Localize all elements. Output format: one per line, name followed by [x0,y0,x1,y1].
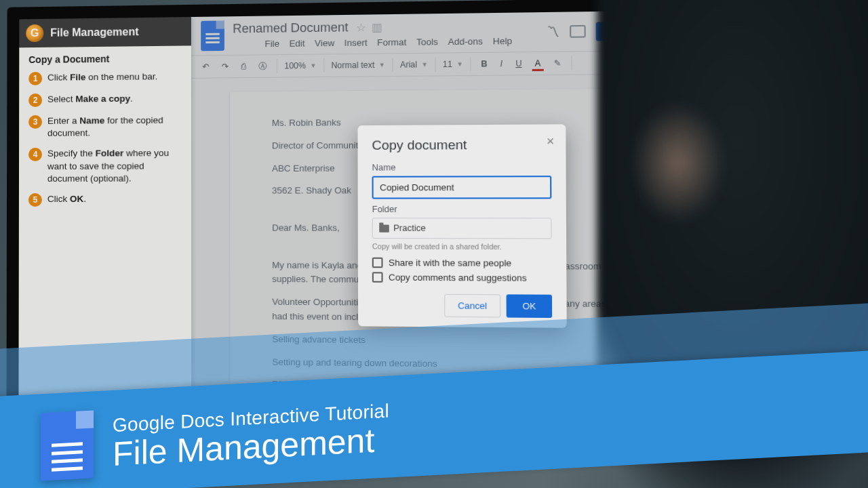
menu-help[interactable]: Help [493,36,513,47]
bold-button[interactable]: B [478,58,490,70]
tutorial-step-4: 4 Specify the Folder where you want to s… [28,147,182,185]
collapse-icon[interactable]: ˆ [683,56,692,68]
share-button[interactable]: 🔒 Share [596,21,658,41]
menu-format[interactable]: Format [377,37,406,48]
menu-edit[interactable]: Edit [289,38,304,49]
move-folder-icon[interactable]: ▥ [372,21,382,33]
copy-document-dialog: × Copy document Name Folder Practice Cop… [357,124,566,327]
activity-icon[interactable]: 〽 [547,24,559,39]
comments-icon[interactable] [570,25,586,38]
checkbox-icon [372,272,383,282]
paragraph-style-dropdown[interactable]: Normal text▼ [331,60,385,70]
docs-logo-icon[interactable] [201,20,224,51]
ok-button[interactable]: OK [507,294,552,318]
name-label: Name [372,162,551,172]
editing-mode-dropdown[interactable]: ✎ ▼ [647,54,679,70]
menu-view[interactable]: View [315,38,334,49]
paint-format-icon[interactable]: Ⓐ [256,59,270,74]
copy-comments-checkbox[interactable]: Copy comments and suggestions [372,272,552,283]
folder-icon [379,224,389,232]
font-size-dropdown[interactable]: 11▼ [443,59,463,69]
avatar[interactable] [668,20,690,41]
redo-icon[interactable]: ↷ [219,60,231,73]
document-title[interactable]: Renamed Document [233,20,348,35]
tutorial-header: G File Management [19,17,191,47]
step-number-badge: 5 [28,193,42,207]
tutorial-step-2: 2 Select Make a copy. [28,92,182,107]
highlight-button[interactable]: ✎ [551,57,564,70]
folder-hint: Copy will be created in a shared folder. [372,242,552,251]
share-same-people-checkbox[interactable]: Share it with the same people [372,258,552,268]
menu-insert[interactable]: Insert [344,37,368,48]
folder-picker[interactable]: Practice [372,218,552,239]
name-input[interactable] [372,176,551,199]
star-icon[interactable]: ☆ [356,22,366,34]
step-number-badge: 2 [28,94,42,107]
underline-button[interactable]: U [513,57,525,70]
menu-file[interactable]: File [264,39,279,49]
tutorial-step-5: 5 Click OK. [28,193,182,207]
step-number-badge: 4 [28,148,42,161]
tutorial-section-title: Copy a Document [28,53,181,65]
tutorial-step-3: 3 Enter a Name for the copied document. [28,114,182,140]
step-number-badge: 3 [28,115,42,129]
folder-label: Folder [372,205,552,215]
menu-addons[interactable]: Add-ons [448,36,483,47]
lock-icon: 🔒 [606,26,617,36]
zoom-dropdown[interactable]: 100%▼ [284,61,316,71]
brand-icon: G [26,24,43,42]
dialog-title: Copy document [372,137,551,153]
italic-button[interactable]: I [497,58,505,70]
menu-tools[interactable]: Tools [416,37,438,47]
tutorial-header-title: File Management [50,26,138,39]
undo-icon[interactable]: ↶ [199,60,212,73]
text-color-button[interactable]: A [532,57,543,70]
docs-app-icon [41,410,94,481]
tutorial-step-1: 1 Click File on the menu bar. [28,70,182,85]
menu-bar: File Edit View Insert Format Tools Add-o… [264,36,512,49]
cancel-button[interactable]: Cancel [444,294,500,318]
font-dropdown[interactable]: Arial▼ [400,60,428,70]
checkbox-icon [372,258,383,268]
print-icon[interactable]: ⎙ [238,60,248,73]
step-number-badge: 1 [28,72,42,85]
close-icon[interactable]: × [547,134,554,149]
toolbar: ↶ ↷ ⎙ Ⓐ 100%▼ Normal text▼ Arial▼ 11▼ B … [191,49,701,78]
